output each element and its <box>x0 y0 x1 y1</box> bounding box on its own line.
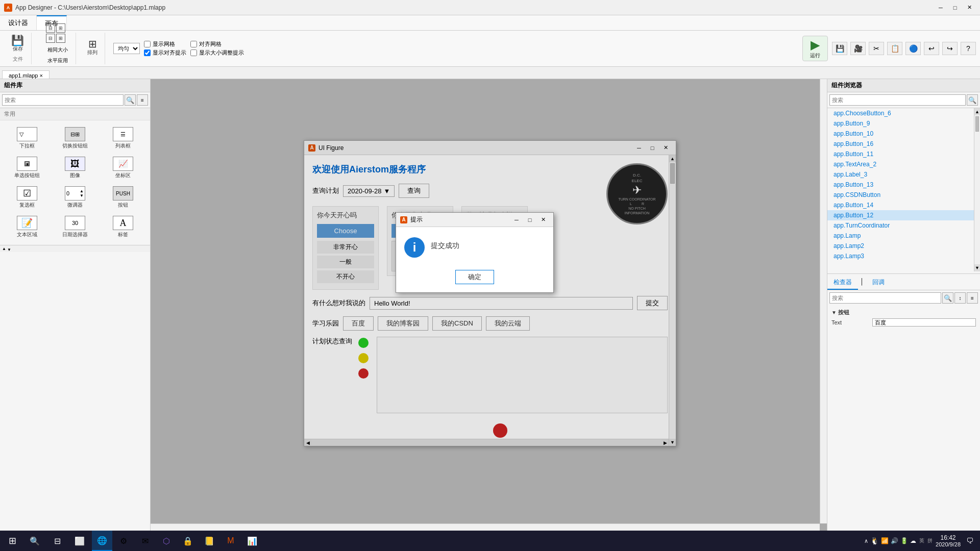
right-vscroll-down[interactable]: ▼ <box>974 264 980 271</box>
comp-axes[interactable]: 📈 坐标区 <box>100 154 146 182</box>
right-search-input[interactable] <box>829 94 966 106</box>
comp-item-2[interactable]: app.Button_10 <box>827 129 980 139</box>
inspector-search-input[interactable] <box>829 292 941 304</box>
lang-indicator[interactable]: 英 <box>919 537 924 544</box>
comp-item-1[interactable]: app.Button_9 <box>827 118 980 129</box>
cb-show-align-input[interactable] <box>144 49 151 56</box>
comp-item-0[interactable]: app.ChooseButton_6 <box>827 108 980 118</box>
start-btn[interactable]: ⊞ <box>2 531 22 551</box>
comp-item-11[interactable]: app.TurnCoordinator <box>827 220 980 231</box>
comp-datepicker[interactable]: 30 日期选择器 <box>52 213 98 241</box>
minimize-btn[interactable]: ─ <box>934 3 947 13</box>
comp-item-12[interactable]: app.Lamp <box>827 231 980 241</box>
toolbar-btn6[interactable]: ↩ <box>924 42 939 55</box>
close-btn[interactable]: ✕ <box>963 3 976 13</box>
toolbar-btn3[interactable]: ✂ <box>869 42 884 55</box>
tab-callback[interactable]: 回调 <box>866 276 891 290</box>
canvas-vscroll[interactable] <box>820 79 827 523</box>
taskbar-app-onenote[interactable]: 📒 <box>199 531 219 551</box>
tray-cloud[interactable]: ☁ <box>910 537 916 544</box>
toolbar-btn4[interactable]: 📋 <box>887 42 902 55</box>
save-btn[interactable]: 💾 保存 <box>8 34 27 54</box>
same-size-btn[interactable]: 相同大小 <box>44 45 71 55</box>
comp-image[interactable]: 🖼 图像 <box>52 154 98 182</box>
comp-dropdown[interactable]: ▽ 下拉框 <box>4 124 50 152</box>
comp-button[interactable]: PUSH 按钮 <box>100 184 146 211</box>
inspector-search-btn[interactable]: 🔍 <box>942 292 953 304</box>
inspector-filter-btn[interactable]: ≡ <box>967 292 978 304</box>
comp-radio[interactable]: ◉ 单选按钮组 <box>4 154 50 182</box>
clock[interactable]: 16:42 2020/9/28 <box>936 534 961 547</box>
taskbar-app-matlab[interactable]: M <box>220 531 241 551</box>
prop-text-input[interactable] <box>872 318 976 327</box>
taskbar-app-mail[interactable]: ✉ <box>135 531 155 551</box>
toolbar-btn1[interactable]: 💾 <box>832 42 847 55</box>
store-btn[interactable]: ⬜ <box>69 531 90 551</box>
maximize-btn[interactable]: □ <box>948 3 962 13</box>
toolbar-btn7[interactable]: ↪ <box>942 42 958 55</box>
file-tab[interactable]: app1.mlapp × <box>2 70 50 79</box>
comp-textarea[interactable]: 📝 文本区域 <box>4 213 50 241</box>
taskbar-app-arduino[interactable]: ⚙ <box>113 531 134 551</box>
taskbar-app-edge[interactable]: 🌐 <box>92 531 112 551</box>
comp-item-8[interactable]: app.CSDNButton <box>827 190 980 200</box>
taskbar-app-vs[interactable]: ⬡ <box>156 531 177 551</box>
cb-align-grid-input[interactable] <box>190 41 197 47</box>
comp-item-5[interactable]: app.TextArea_2 <box>827 159 980 169</box>
comp-spinner[interactable]: 0▲▼ 微调器 <box>52 184 98 211</box>
left-scroll-down[interactable]: ▼ <box>7 247 11 252</box>
right-search-btn[interactable]: 🔍 <box>967 94 978 106</box>
comp-item-13[interactable]: app.Lamp2 <box>827 241 980 251</box>
taskbar-app-vpn[interactable]: 🔒 <box>178 531 198 551</box>
task-view-icon: ⊟ <box>54 536 61 546</box>
left-options-btn[interactable]: ≡ <box>137 94 148 106</box>
run-btn[interactable]: ▶ 运行 <box>802 36 828 61</box>
vs-icon: ⬡ <box>163 536 170 546</box>
arrange-btn[interactable]: ⊞ 排列 <box>84 38 101 57</box>
taskbar-app-unknown[interactable]: 📊 <box>242 531 262 551</box>
comp-toggle[interactable]: ⊟⊞ 切换按钮组 <box>52 124 98 152</box>
comp-item-10[interactable]: app.Button_12 <box>827 210 980 220</box>
cb-show-grid-input[interactable] <box>144 41 151 47</box>
tray-wifi[interactable]: 📶 <box>881 537 889 544</box>
modal-close-btn[interactable]: ✕ <box>537 215 549 224</box>
tray-arrow[interactable]: ∧ <box>864 538 868 544</box>
help-btn[interactable]: ? <box>961 42 976 55</box>
layout-dropdown[interactable]: 均匀 <box>113 43 140 54</box>
comp-item-6[interactable]: app.Label_3 <box>827 169 980 180</box>
toolbar-btn5[interactable]: 🔵 <box>905 42 921 55</box>
toolbar-btn2[interactable]: 🎥 <box>850 42 866 55</box>
comp-listbox[interactable]: ☰ 列表框 <box>100 124 146 152</box>
modal-restore-btn[interactable]: □ <box>524 215 536 224</box>
comp-item-9[interactable]: app.Button_14 <box>827 200 980 210</box>
comp-item-3[interactable]: app.Button_16 <box>827 139 980 149</box>
search-btn[interactable]: 🔍 <box>24 531 45 551</box>
tray-battery[interactable]: 🔋 <box>900 537 908 544</box>
modal-minimize-btn[interactable]: ─ <box>510 215 523 224</box>
left-search-btn[interactable]: 🔍 <box>125 94 136 106</box>
right-vscroll-thumb[interactable] <box>975 116 979 132</box>
comp-item-4[interactable]: app.Button_11 <box>827 149 980 159</box>
tray-volume[interactable]: 🔊 <box>891 537 898 544</box>
tab-designer[interactable]: 设计器 <box>0 15 37 30</box>
comp-item-14[interactable]: app.Lamp3 <box>827 251 980 261</box>
left-search-input[interactable] <box>2 94 124 106</box>
right-list-vscroll[interactable]: ▲ ▼ <box>974 108 980 271</box>
left-scroll-up[interactable]: ▲ <box>2 246 6 251</box>
align-btn[interactable]: ⊟ ⊞ ⊟ ⊞ <box>43 22 68 44</box>
comp-checkbox[interactable]: ☑ 复选框 <box>4 184 50 211</box>
inspector-sort-btn[interactable]: ↕ <box>954 292 966 304</box>
canvas-hscroll[interactable] <box>151 523 820 531</box>
comp-label[interactable]: A 标签 <box>100 213 146 241</box>
input-method[interactable]: 拼 <box>927 537 933 544</box>
modal-ok-btn[interactable]: 确定 <box>455 270 494 284</box>
h-apply-btn[interactable]: 水平应用 <box>44 56 71 66</box>
task-view-btn[interactable]: ⊟ <box>47 531 67 551</box>
cb-show-resize-input[interactable] <box>190 49 197 56</box>
tab-inspector[interactable]: 检查器 <box>827 276 858 290</box>
notification-btn[interactable]: 🗨 <box>964 531 976 551</box>
right-vscroll-up[interactable]: ▲ <box>974 108 980 115</box>
search-icon: 🔍 <box>30 536 40 546</box>
comp-item-7[interactable]: app.Button_13 <box>827 180 980 190</box>
tray-qq[interactable]: 🐧 <box>870 537 879 545</box>
